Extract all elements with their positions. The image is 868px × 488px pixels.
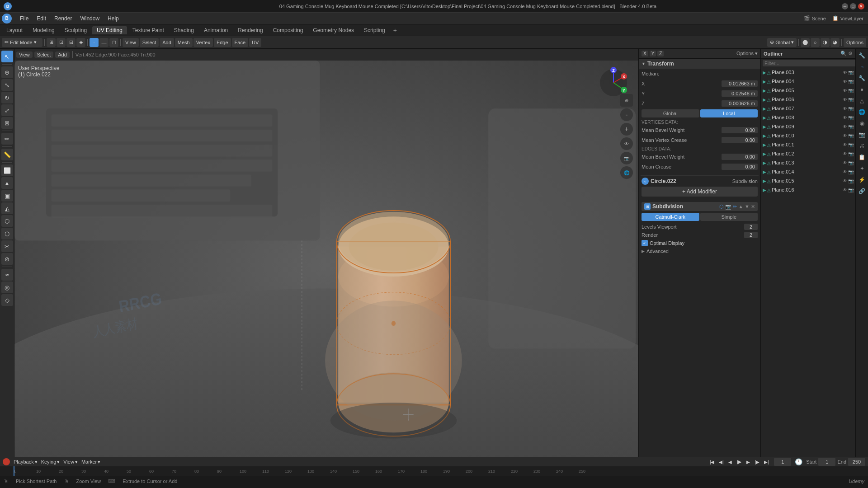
view-btn[interactable]: View	[123, 38, 139, 47]
properties-world-icon[interactable]: ◉	[857, 118, 867, 128]
outliner-vis-icon[interactable]: 👁	[843, 133, 847, 138]
outliner-vis-icon[interactable]: 👁	[843, 142, 847, 147]
tool-select[interactable]: ↖	[1, 51, 13, 62]
tool-loop-cut[interactable]: ⬡	[1, 215, 13, 227]
properties-modifier-icon[interactable]: 🔧	[857, 73, 867, 83]
outliner-item-plane014[interactable]: ▶ △ Plane.014 👁 📷	[761, 167, 855, 176]
scene-visibility-btn[interactable]: 🌐	[620, 166, 633, 179]
toolbar-icon-1[interactable]: ⊞	[47, 38, 56, 47]
mesh-btn[interactable]: Mesh	[175, 38, 193, 47]
viewport-shading-wire[interactable]: ○	[811, 38, 820, 47]
tab-rendering[interactable]: Rendering	[233, 26, 267, 34]
tool-knife[interactable]: ✂	[1, 240, 13, 252]
prev-frame-button[interactable]: ◀	[726, 458, 734, 466]
outliner-filter-icon[interactable]: 🔍	[840, 51, 847, 56]
tool-inset[interactable]: ▣	[1, 190, 13, 202]
outliner-camera-icon[interactable]: 📷	[848, 151, 854, 156]
properties-tools-icon[interactable]: 🔧	[857, 51, 867, 61]
next-keyframe-button[interactable]: |▶	[753, 458, 761, 466]
marker-dropdown[interactable]: Marker ▾	[81, 459, 100, 465]
mod-realtime-icon[interactable]: ⬡	[719, 204, 724, 210]
properties-object-icon[interactable]: ○	[857, 62, 867, 72]
outliner-camera-icon[interactable]: 📷	[848, 97, 854, 102]
tab-compositing[interactable]: Compositing	[269, 26, 308, 34]
prop-xyz-x[interactable]: X	[642, 51, 648, 56]
outliner-camera-icon[interactable]: 📷	[848, 124, 854, 129]
outliner-vis-icon[interactable]: 👁	[843, 115, 847, 120]
tab-geometry-nodes[interactable]: Geometry Nodes	[308, 26, 359, 34]
tab-texture-paint[interactable]: Texture Paint	[128, 26, 169, 34]
face-btn[interactable]: Face	[232, 38, 248, 47]
outliner-camera-icon[interactable]: 📷	[848, 133, 854, 138]
outliner-item-plane013[interactable]: ▶ △ Plane.013 👁 📷	[761, 158, 855, 167]
options-btn[interactable]: Options	[844, 38, 866, 47]
camera-view-btn[interactable]: 📷	[620, 152, 633, 164]
outliner-vis-icon[interactable]: 👁	[843, 106, 847, 111]
outliner-item-plane016[interactable]: ▶ △ Plane.016 👁 📷	[761, 185, 855, 194]
tab-layout[interactable]: Layout	[2, 26, 27, 34]
vp-select-btn[interactable]: Select	[34, 52, 54, 58]
toolbar-icon-3[interactable]: ⊟	[66, 38, 75, 47]
outliner-item-plane015[interactable]: ▶ △ Plane.015 👁 📷	[761, 176, 855, 185]
outliner-camera-icon[interactable]: 📷	[848, 70, 854, 75]
outliner-settings-icon[interactable]: ⚙	[848, 51, 853, 56]
zoom-in-btn[interactable]: +	[620, 123, 633, 136]
outliner-camera-icon[interactable]: 📷	[848, 79, 854, 84]
outliner-vis-icon[interactable]: 👁	[843, 70, 847, 75]
menu-render[interactable]: Render	[51, 14, 75, 23]
vertex-select-btn[interactable]: ·	[90, 38, 99, 47]
vp-add-btn[interactable]: Add	[55, 52, 70, 58]
timeline-ruler[interactable]: 1 10 20 30 40 50 60 70 80 90 100 110 120…	[0, 466, 868, 476]
mod-expand-icon[interactable]: ▼	[745, 204, 750, 210]
zoom-to-fit-btn[interactable]: ⊕	[620, 94, 633, 107]
current-frame-input[interactable]	[774, 458, 791, 466]
viewport-shading-render[interactable]: ◑	[821, 38, 830, 47]
tab-modeling[interactable]: Modeling	[28, 26, 59, 34]
transform-section-header[interactable]: ▼ Transform	[639, 59, 760, 69]
record-button[interactable]	[3, 458, 10, 465]
prop-xyz-z[interactable]: Z	[657, 51, 664, 56]
tool-bisect[interactable]: ⊘	[1, 253, 13, 265]
outliner-item-plane003[interactable]: ▶ △ Plane.003 👁 📷	[761, 68, 855, 77]
tab-animation[interactable]: Animation	[199, 26, 232, 34]
properties-constraints-icon[interactable]: 🔗	[857, 186, 867, 196]
properties-view-layer-icon[interactable]: 📋	[857, 152, 867, 162]
tool-smooth[interactable]: ≈	[1, 269, 13, 281]
3d-viewport[interactable]: View Select Add Vert:452 Edge:900 Face:4…	[14, 49, 638, 457]
outliner-camera-icon[interactable]: 📷	[848, 106, 854, 111]
properties-output-icon[interactable]: 🖨	[857, 141, 867, 151]
mod-delete-icon[interactable]: ✕	[751, 204, 755, 210]
outliner-camera-icon[interactable]: 📷	[848, 169, 854, 174]
outliner-camera-icon[interactable]: 📷	[848, 160, 854, 165]
zoom-out-btn[interactable]: -	[620, 108, 633, 121]
vertex-btn[interactable]: Vertex	[193, 38, 213, 47]
mod-cage-icon[interactable]: ▲	[738, 204, 743, 210]
outliner-vis-icon[interactable]: 👁	[843, 151, 847, 156]
outliner-vis-icon[interactable]: 👁	[843, 124, 847, 129]
outliner-camera-icon[interactable]: 📷	[848, 88, 854, 93]
go-to-start-button[interactable]: |◀	[708, 458, 716, 466]
levels-viewport-value[interactable]: 2	[744, 224, 758, 230]
edge-select-btn[interactable]: —	[99, 38, 108, 47]
optimal-display-checkbox[interactable]: ✓	[642, 240, 648, 246]
outliner-item-plane005[interactable]: ▶ △ Plane.005 👁 📷	[761, 86, 855, 95]
z-value[interactable]: 0.000626 m	[722, 100, 758, 107]
viewport-shading-solid[interactable]: ⬤	[801, 38, 810, 47]
window-controls[interactable]: ─ □ ✕	[842, 3, 864, 9]
outliner-item-plane007[interactable]: ▶ △ Plane.007 👁 📷	[761, 104, 855, 113]
outliner-item-plane009[interactable]: ▶ △ Plane.009 👁 📷	[761, 122, 855, 131]
render-level-value[interactable]: 2	[744, 232, 758, 238]
properties-scene-icon[interactable]: 🌐	[857, 107, 867, 117]
toolbar-icon-2[interactable]: ⊡	[57, 38, 66, 47]
catmull-clark-btn[interactable]: Catmull-Clark	[642, 213, 699, 221]
outliner-item-plane006[interactable]: ▶ △ Plane.006 👁 📷	[761, 95, 855, 104]
keying-dropdown[interactable]: Keying ▾	[41, 459, 60, 465]
mod-edit-icon[interactable]: ✏	[733, 204, 737, 210]
outliner-search-input[interactable]	[763, 60, 855, 66]
add-btn[interactable]: Add	[160, 38, 174, 47]
mean-bevel-weight-e-value[interactable]: 0.00	[722, 154, 758, 160]
edge-btn[interactable]: Edge	[214, 38, 231, 47]
properties-physics-icon[interactable]: ⚡	[857, 175, 867, 185]
outliner-vis-icon[interactable]: 👁	[843, 88, 847, 93]
outliner-camera-icon[interactable]: 📷	[848, 178, 854, 183]
